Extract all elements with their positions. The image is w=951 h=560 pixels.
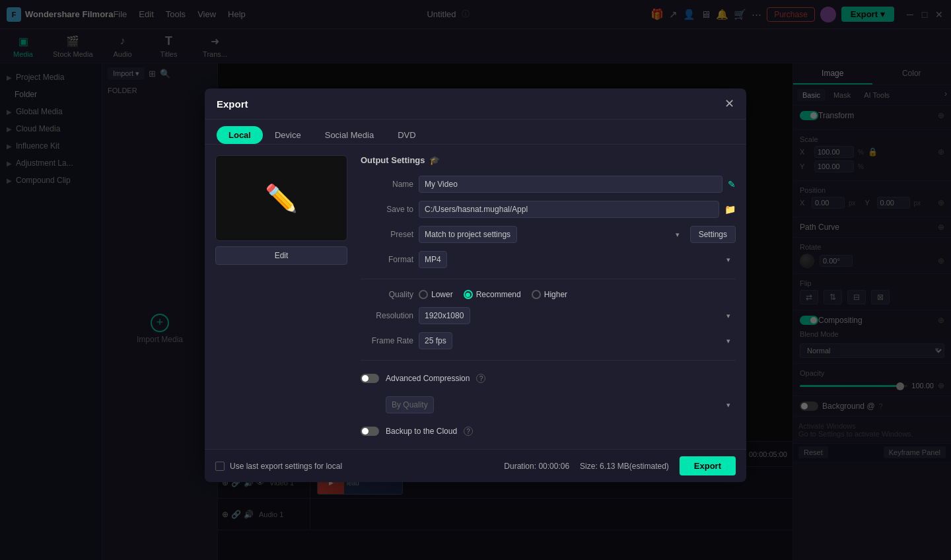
format-select[interactable]: MP4	[419, 251, 447, 268]
modal-preview: ✏️ Edit	[215, 155, 347, 438]
settings-button[interactable]: Settings	[690, 226, 736, 243]
modal-title: Export	[217, 98, 248, 110]
resolution-row: Resolution 1920x1080	[361, 307, 736, 324]
lower-radio[interactable]	[419, 290, 428, 299]
browse-folder-button[interactable]: 📁	[724, 204, 736, 215]
by-quality-select[interactable]: By Quality	[386, 396, 434, 413]
radio-inner	[466, 293, 470, 297]
advanced-compression-label: Advanced Compression	[386, 374, 470, 383]
quality-higher[interactable]: Higher	[532, 290, 567, 299]
format-row: Format MP4	[361, 251, 736, 268]
frame-rate-label: Frame Rate	[361, 336, 413, 345]
advanced-compression-toggle[interactable]	[361, 374, 379, 383]
name-row: Name ✎	[361, 176, 736, 193]
export-button-modal[interactable]: Export	[680, 456, 736, 475]
tab-device[interactable]: Device	[263, 126, 313, 144]
duration-label: Duration: 00:00:06	[504, 462, 569, 471]
modal-settings: Output Settings 🎓 Name ✎ Save to 📁	[361, 155, 736, 438]
divider-2	[361, 360, 736, 361]
quality-lower[interactable]: Lower	[419, 290, 453, 299]
recommend-label: Recommend	[476, 290, 521, 299]
backup-help-icon: ?	[464, 427, 473, 436]
edit-button[interactable]: Edit	[215, 246, 347, 265]
modal-header: Export ✕	[205, 88, 746, 120]
modal-overlay: Export ✕ Local Device Social Media DVD ✏…	[0, 0, 951, 560]
use-last-label: Use last export settings for local	[230, 462, 342, 471]
quality-label: Quality	[361, 290, 413, 299]
frame-rate-row: Frame Rate 25 fps	[361, 332, 736, 349]
recommend-radio[interactable]	[464, 290, 473, 299]
name-label: Name	[361, 180, 413, 189]
backup-cloud-toggle[interactable]	[361, 427, 379, 436]
preview-box: ✏️	[215, 155, 347, 241]
name-input[interactable]	[419, 176, 722, 193]
lower-label: Lower	[431, 290, 453, 299]
quality-row: Quality Lower Recommend	[361, 290, 736, 299]
modal-tabs: Local Device Social Media DVD	[205, 120, 746, 145]
preset-label: Preset	[361, 230, 413, 239]
higher-radio[interactable]	[532, 290, 541, 299]
settings-help-icon[interactable]: 🎓	[429, 155, 440, 165]
backup-cloud-label: Backup to the Cloud	[386, 427, 457, 436]
format-label: Format	[361, 255, 413, 264]
size-label: Size: 6.13 MB(estimated)	[580, 462, 669, 471]
by-quality-row: By Quality	[361, 394, 736, 416]
resolution-wrapper: 1920x1080	[419, 307, 736, 324]
quality-options: Lower Recommend Higher	[419, 290, 567, 299]
output-settings-title: Output Settings 🎓	[361, 155, 736, 165]
backup-cloud-row: Backup to the Cloud ?	[361, 424, 736, 438]
resolution-select[interactable]: 1920x1080	[419, 307, 470, 324]
preview-pencil-icon: ✏️	[265, 183, 298, 214]
advanced-help-icon: ?	[476, 374, 485, 383]
save-to-label: Save to	[361, 205, 413, 214]
modal-body: ✏️ Edit Output Settings 🎓 Name ✎ S	[205, 145, 746, 449]
resolution-label: Resolution	[361, 311, 413, 320]
divider-1	[361, 279, 736, 279]
frame-rate-wrapper: 25 fps	[419, 332, 736, 349]
preset-row: Preset Match to project settings Setting…	[361, 226, 736, 243]
output-settings-label: Output Settings	[361, 155, 425, 165]
ai-button[interactable]: ✎	[728, 179, 736, 190]
by-quality-wrapper: By Quality	[386, 396, 736, 413]
higher-label: Higher	[544, 290, 567, 299]
save-to-input[interactable]	[419, 201, 719, 218]
modal-footer: Use last export settings for local Durat…	[205, 449, 746, 482]
preset-wrapper: Match to project settings	[419, 226, 685, 243]
use-last-checkbox[interactable]	[215, 462, 225, 471]
advanced-compression-row: Advanced Compression ?	[361, 371, 736, 386]
use-last-settings: Use last export settings for local	[215, 462, 342, 471]
save-to-row: Save to 📁	[361, 201, 736, 218]
tab-local[interactable]: Local	[217, 126, 263, 144]
frame-rate-select[interactable]: 25 fps	[419, 332, 452, 349]
modal-close-button[interactable]: ✕	[724, 96, 734, 111]
footer-info: Duration: 00:00:06 Size: 6.13 MB(estimat…	[504, 456, 736, 475]
quality-recommend[interactable]: Recommend	[464, 290, 521, 299]
tab-dvd[interactable]: DVD	[386, 126, 427, 144]
format-wrapper: MP4	[419, 251, 736, 268]
tab-social-media[interactable]: Social Media	[313, 126, 386, 144]
export-modal: Export ✕ Local Device Social Media DVD ✏…	[205, 88, 746, 472]
preset-select[interactable]: Match to project settings	[419, 226, 517, 243]
